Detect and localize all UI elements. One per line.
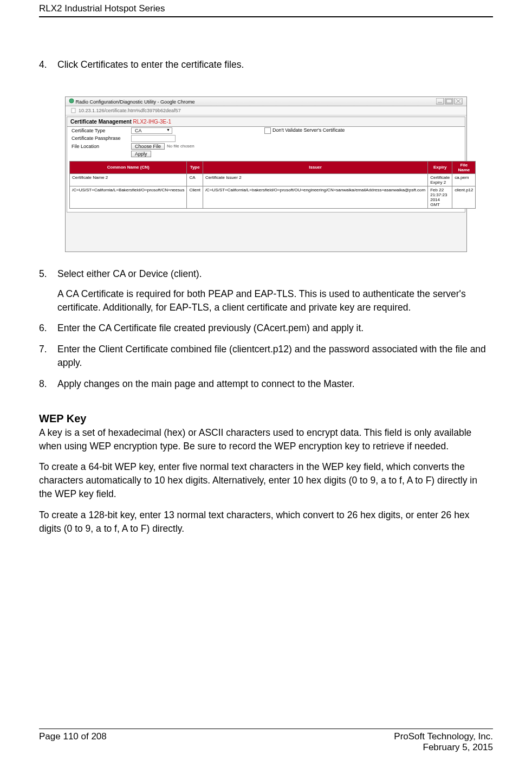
cert-table: Common Name (CN) Type Issuer Expiry File… [69,161,476,209]
cell-issuer: /C=US/ST=California/L=bakersfield/O=pros… [203,186,427,208]
step-num: 4. [39,58,57,72]
table-row: Certificate Name 2 CA Certificate Issuer… [70,173,476,186]
col-expiry: Expiry [428,161,452,173]
cert-section-title: Certificate Management [70,119,132,125]
device-label: RLX2-IHG-3E-1 [133,119,172,125]
cert-type-select[interactable]: CA [131,127,172,134]
step-text: Select either CA or Device (client). A C… [57,267,493,314]
step-text: Enter the CA Certificate file created pr… [57,321,493,335]
window-titlebar: Radio Configuration/Diagnostic Utility -… [66,97,466,106]
header-rule [39,16,493,17]
col-type: Type [187,161,203,173]
wep-para-1: A key is a set of hexadecimal (hex) or A… [39,426,493,453]
page-icon [71,108,76,113]
col-file: File Name [452,161,476,173]
footer-page: Page 110 of 208 [39,731,107,753]
cell-file: ca.pem [452,173,476,186]
page-header: RLX2 Industrial Hotspot Series [39,0,493,17]
footer-rule [39,729,493,729]
cell-file: client.p12 [452,186,476,208]
cert-type-label: Certificate Type [72,128,131,133]
cell-type: CA [187,173,203,186]
passphrase-label: Certificate Passphrase [72,136,131,141]
step-text: Click Certificates to enter the certific… [57,58,493,72]
url-bar[interactable]: 10.23.1.126/certificate.htm%dfc3979b62de… [66,106,466,115]
step-text: Enter the Client Certificate combined fi… [57,343,493,370]
page-footer: Page 110 of 208 ProSoft Technology, Inc.… [39,729,493,753]
cell-expiry: Feb 22 21:37:23 2014 GMT [428,186,452,208]
footer-company: ProSoft Technology, Inc. [394,731,493,742]
apply-button[interactable]: Apply [131,151,151,157]
step-num: 8. [39,377,57,391]
step-num: 6. [39,321,57,335]
cert-section-header: Certificate Management RLX2-IHG-3E-1 [67,117,465,127]
footer-date: February 5, 2015 [394,742,493,753]
checkbox-icon[interactable] [264,127,271,134]
step-5: 5. Select either CA or Device (client). … [39,267,493,314]
svg-rect-7 [446,99,452,103]
svg-rect-1 [436,98,444,104]
cell-cn: /C=US/ST=California/L=Bakersfield/O=pros… [70,186,187,208]
svg-point-0 [69,99,74,103]
step-7: 7. Enter the Client Certificate combined… [39,343,493,370]
dont-validate-checkbox[interactable]: Don't Validate Server's Certificate [264,127,345,134]
window-title-text: Radio Configuration/Diagnostic Utility -… [76,99,195,105]
svg-rect-8 [72,108,75,113]
cell-expiry: Certificate Expiry 2 [428,173,452,186]
app-icon [69,98,74,104]
cert-management-panel: Certificate Management RLX2-IHG-3E-1 Cer… [67,117,465,212]
passphrase-input[interactable] [131,135,176,142]
col-issuer: Issuer [203,161,427,173]
step-6: 6. Enter the CA Certificate file created… [39,321,493,335]
step-subtext: A CA Certificate is required for both PE… [57,287,493,314]
table-row: /C=US/ST=California/L=Bakersfield/O=pros… [70,186,476,208]
col-cn: Common Name (CN) [70,161,187,173]
dont-validate-label: Don't Validate Server's Certificate [273,127,345,133]
file-location-label: File Location [72,144,131,149]
step-num: 7. [39,343,57,370]
wep-heading: WEP Key [39,412,493,425]
step-num: 5. [39,267,57,314]
cell-cn: Certificate Name 2 [70,173,187,186]
step-8: 8. Apply changes on the main page and at… [39,377,493,391]
no-file-text: No file chosen [167,144,194,149]
step-text: Apply changes on the main page and attem… [57,377,493,391]
window-controls[interactable] [436,98,463,105]
embedded-screenshot: Radio Configuration/Diagnostic Utility -… [65,96,467,252]
choose-file-button[interactable]: Choose File [131,143,165,150]
step-4: 4. Click Certificates to enter the certi… [39,58,493,72]
url-text: 10.23.1.126/certificate.htm%dfc3979b62de… [79,108,181,113]
wep-para-3: To create a 128-bit key, enter 13 normal… [39,508,493,536]
table-header-row: Common Name (CN) Type Issuer Expiry File… [70,161,476,173]
header-title: RLX2 Industrial Hotspot Series [39,0,493,14]
cell-issuer: Certificate Issuer 2 [203,173,427,186]
wep-para-2: To create a 64-bit WEP key, enter five n… [39,460,493,501]
window-title: Radio Configuration/Diagnostic Utility -… [69,98,195,105]
cell-type: Client [187,186,203,208]
